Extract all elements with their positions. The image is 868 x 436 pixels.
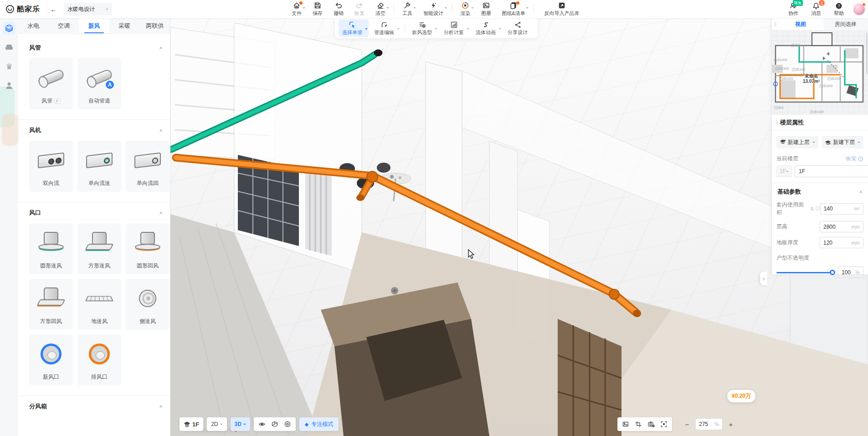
zoom-out-button[interactable]: − xyxy=(682,418,693,430)
screenshot-button[interactable] xyxy=(632,418,645,431)
share-design-button[interactable]: 分享设计 xyxy=(504,20,534,37)
collapse-icon[interactable]: ∧ xyxy=(159,128,163,133)
collapse-icon[interactable]: ∧ xyxy=(159,210,163,215)
tab-dual-supply[interactable]: 两联供 xyxy=(139,18,170,33)
drawings-list-button[interactable]: 图纸&清单 xyxy=(497,0,530,18)
collapse-icon[interactable]: ∧ xyxy=(159,404,163,409)
duct-items: 风管F A 自动管道 xyxy=(18,58,170,109)
item-fresh-air-outlet[interactable]: 新风口 xyxy=(29,334,73,385)
tab-view[interactable]: 视图 xyxy=(778,18,823,30)
visibility-button[interactable] xyxy=(256,418,268,431)
floor-name-input[interactable] xyxy=(795,165,868,177)
drag-handle-icon[interactable]: ⣿ xyxy=(772,22,778,26)
rail-item-furniture[interactable] xyxy=(3,41,15,54)
file-button[interactable]: 文件 xyxy=(286,0,307,18)
cube-icon xyxy=(5,24,14,33)
messages-button[interactable]: 1 消息 xyxy=(806,0,827,18)
collab-button[interactable]: 限免 协作 xyxy=(783,0,804,18)
floor-thickness-input[interactable]: 120 mm xyxy=(820,237,863,248)
bottom-bar-right: − 275 % + xyxy=(617,417,736,431)
item-square-supply-vent[interactable]: 方形送风 xyxy=(77,223,121,274)
opacity-slider[interactable] xyxy=(776,269,834,276)
opacity-input[interactable]: 100 % xyxy=(838,267,863,278)
pipe-edit-button[interactable]: 管道编辑 xyxy=(370,20,401,37)
snapshot-button[interactable] xyxy=(619,418,632,431)
fresh-air-outlet-icon xyxy=(42,345,60,363)
render-button[interactable]: 渲染 xyxy=(455,0,476,18)
tab-room-select[interactable]: 房间选择 xyxy=(823,18,868,30)
price-badge[interactable]: ¥0.20万 xyxy=(727,390,755,402)
redo-icon xyxy=(355,1,364,10)
rail-item-profile[interactable] xyxy=(3,79,15,92)
redo-button[interactable]: 恢复 xyxy=(349,0,370,18)
item-duct[interactable]: 风管F xyxy=(29,58,73,109)
tab-water-electric[interactable]: 水电 xyxy=(18,18,49,33)
material-display-button[interactable] xyxy=(281,418,294,431)
help-button[interactable]: ? 帮助 xyxy=(828,0,849,18)
view-3d-button[interactable]: 3D xyxy=(231,417,250,431)
svg-text:?: ? xyxy=(837,4,840,8)
rail-item-vip[interactable]: ♛ xyxy=(3,60,15,73)
floor-select-dropdown[interactable]: 1F xyxy=(776,165,792,177)
vent-icon xyxy=(86,231,113,255)
magic-bolt-icon xyxy=(429,1,437,10)
item-floor-supply-vent[interactable]: 地送风 xyxy=(77,279,121,330)
collapse-icon[interactable]: ∧ xyxy=(159,46,163,50)
zoom-level-input[interactable]: 275 % xyxy=(695,418,723,430)
panel-collapse-chevron[interactable]: › xyxy=(760,272,767,285)
reverse-import-button[interactable]: 反向导入产品库 xyxy=(536,0,587,18)
view-2d-button[interactable]: 2D xyxy=(207,417,226,431)
tab-fresh-air[interactable]: 新风 xyxy=(79,18,109,33)
floor-height-input[interactable]: 2800 mm xyxy=(820,221,863,232)
model-display-button[interactable] xyxy=(268,418,281,431)
item-exhaust-outlet[interactable]: 排风口 xyxy=(77,334,121,385)
caret-down-icon xyxy=(498,28,501,31)
item-square-return-vent[interactable]: 方形回风 xyxy=(29,279,73,330)
restore-link[interactable]: 恢复 xyxy=(846,155,863,163)
item-round-return-vent[interactable]: 圆形回风 xyxy=(126,223,169,274)
info-icon[interactable]: ⓘ xyxy=(816,205,820,212)
item-oneway-return-fan[interactable]: 单向流回 xyxy=(126,141,169,192)
area-input[interactable]: 140 m² xyxy=(820,203,863,215)
back-button[interactable]: ← xyxy=(46,3,60,15)
fullscreen-button[interactable] xyxy=(657,418,670,431)
clear-button[interactable]: 清空 xyxy=(370,0,391,18)
fan-icon xyxy=(86,152,113,168)
design-name-dropdown[interactable]: 水暖电设计 xyxy=(64,3,112,15)
item-round-supply-vent[interactable]: 圆形送风 xyxy=(29,223,73,274)
new-upper-floor-button[interactable]: 新建上层 xyxy=(776,136,818,149)
canvas-toolbar: 选择单管 管道编辑 新风选型 分析计算 流体动画 分享设计 xyxy=(335,18,538,38)
tab-heating[interactable]: 采暖 xyxy=(109,18,140,33)
save-button[interactable]: 保存 xyxy=(307,0,328,18)
smart-design-button[interactable]: 智能设计 xyxy=(418,0,449,18)
drag-handle-icon[interactable]: ⣿ xyxy=(774,120,780,125)
new-lower-floor-button[interactable]: 新建下层 xyxy=(822,136,864,149)
app-logo[interactable]: 酷家乐 xyxy=(0,5,46,14)
hvac-select-button[interactable]: 新风选型 xyxy=(408,20,438,37)
caret-down-icon xyxy=(444,7,447,10)
item-side-supply-vent[interactable]: 侧送风 xyxy=(126,279,169,330)
exhaust-outlet-icon xyxy=(90,345,108,363)
camera-settings-button[interactable] xyxy=(645,418,657,431)
collapse-icon: ∧ xyxy=(859,190,863,194)
rail-item-design[interactable] xyxy=(3,22,15,35)
item-bidirectional-fan[interactable]: 双向流 xyxy=(29,141,73,192)
base-params-header[interactable]: 基础参数 ∧ xyxy=(772,183,868,199)
tab-ac[interactable]: 空调 xyxy=(49,18,79,33)
slider-knob[interactable] xyxy=(830,270,835,275)
undo-button[interactable]: 撤销 xyxy=(328,0,349,18)
sort-icon[interactable]: ⇅ xyxy=(810,206,814,211)
minimap-scrollbar[interactable] xyxy=(866,33,868,74)
user-avatar[interactable] xyxy=(853,3,865,15)
fluid-animation-button[interactable]: 流体动画 xyxy=(472,20,502,37)
analysis-button[interactable]: 分析计算 xyxy=(440,20,470,37)
zoom-in-button[interactable]: + xyxy=(725,418,736,430)
floor-switch-button[interactable]: 1F xyxy=(180,417,203,431)
item-auto-pipe[interactable]: A 自动管道 xyxy=(77,58,121,109)
album-button[interactable]: 图册 xyxy=(476,0,497,18)
focus-mode-button[interactable]: ◆ 专注模式 xyxy=(299,417,339,431)
floorplan-minimap[interactable]: 凸出0 凸出400 凸出300 凸出100 凸出100 未命名 13.07m² … xyxy=(772,30,868,115)
select-pipe-button[interactable]: 选择单管 xyxy=(339,20,369,37)
tools-button[interactable]: 工具 xyxy=(397,0,418,18)
item-oneway-supply-fan[interactable]: 单向流送 xyxy=(77,141,121,192)
